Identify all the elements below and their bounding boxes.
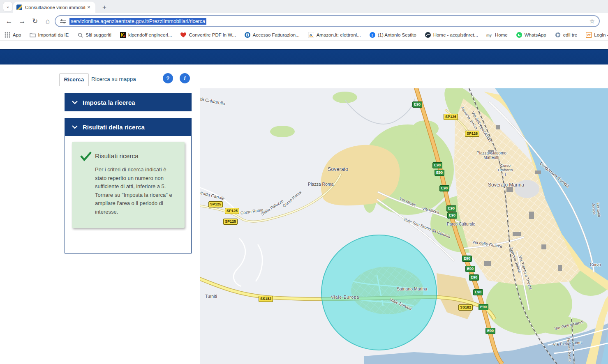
heart-icon [180, 32, 187, 38]
bookmarks-bar: AppImportati da IESiti suggeritiKkipendo… [0, 30, 608, 41]
url-bar[interactable]: servizionline.agenziaentrate.gov.it/Prez… [55, 15, 600, 27]
map-place-label: Viale Europa [389, 297, 413, 311]
map-road-badge: E90 [435, 170, 444, 176]
page-top-gap [0, 41, 608, 49]
bookmark-label: App [13, 32, 21, 37]
map-road-badge: SS182 [458, 304, 473, 311]
bookmark-label: Home - acquistinret... [433, 32, 478, 37]
bookmark-item[interactable]: Convertire PDF in W... [180, 32, 236, 38]
map-road-badge: SP126 [465, 131, 479, 137]
bookmark-label: kipendoff engineeri... [128, 32, 172, 37]
bookmark-item[interactable]: aAmazon.it: elettroni... [308, 32, 361, 38]
site-header-bar [0, 49, 608, 65]
info-button[interactable]: i [180, 73, 190, 83]
accordion-imposta-la-ricerca[interactable]: Imposta la ricerca [65, 93, 192, 111]
map-place-label: Piazza Giacomo Matteotti [476, 151, 506, 160]
map-road-badge: SP126 [444, 114, 458, 120]
bookmark-item[interactable]: Home - acquistinret... [425, 32, 478, 38]
map-road-badge: SP125 [225, 208, 239, 214]
result-message: Per i criteri di ricerca indicati è stat… [95, 166, 177, 216]
map-place-label: Via Trento e Trieste [518, 255, 533, 290]
back-icon[interactable]: ← [4, 16, 14, 26]
tab-ricerca-su-mappa[interactable]: Ricerca su mappa [91, 73, 136, 86]
map-place-label: Via Pietro Nenni [554, 320, 584, 331]
kipendoff-icon: K [120, 32, 126, 38]
map-place-label: Via delle Guarce [472, 240, 503, 249]
tab-title: Consultazione valori immobiliari [25, 5, 86, 10]
map-place-label: Località Caldarello [200, 94, 226, 106]
bookmark-item[interactable]: myHome [486, 32, 508, 38]
map-place-label: Satriano Marina [397, 286, 427, 291]
map-place-label: Corso Umberto I [498, 163, 513, 177]
bookmark-label: WhatsApp [525, 32, 546, 37]
new-tab-button[interactable]: + [99, 2, 109, 12]
bookmark-item[interactable]: Importati da IE [29, 32, 69, 38]
map-road-badge: E90 [485, 328, 495, 334]
edil-icon [555, 32, 561, 38]
svg-text:VT: VT [587, 33, 591, 37]
map-road-badge: E90 [432, 162, 442, 168]
bookmark-item[interactable]: Kkipendoff engineeri... [120, 32, 172, 38]
tab-strip: ⌄ Consultazione valori immobiliari × + [0, 0, 608, 13]
bookmark-item[interactable]: WhatsApp [516, 32, 546, 38]
tab-list-chevron-button[interactable]: ⌄ [3, 2, 12, 11]
bookmark-label: Login - Entra - Intes... [594, 32, 608, 37]
bookmark-label: Importati da IE [38, 32, 69, 37]
accordion-label: Imposta la ricerca [83, 99, 135, 106]
check-icon [80, 152, 92, 161]
search-icon [77, 32, 83, 38]
map-container[interactable]: Località CaldarelloSoveratoPiazza RomaCo… [200, 88, 608, 364]
browser-tab[interactable]: Consultazione valori immobiliari × [13, 2, 95, 13]
map-road-badge: E90 [439, 185, 449, 191]
map-place-label: Soverato Marina [488, 182, 524, 188]
map-road-badge: E90 [465, 266, 475, 272]
globe-dark-icon [425, 32, 431, 38]
bookmark-item[interactable]: Siti suggeriti [77, 32, 111, 38]
map-road-badge: E90 [469, 274, 479, 281]
my-icon: my [486, 32, 493, 38]
bookmark-item[interactable]: f(1) Antonio Sestito [369, 32, 416, 38]
map-place-label: Lungomare Europa [539, 161, 571, 188]
site-info-icon[interactable] [60, 18, 66, 24]
bookmark-label: Home [495, 32, 508, 37]
bookmark-label: edil tre [563, 32, 578, 37]
bookmark-item[interactable]: Accesso Fatturazion... [244, 32, 300, 38]
results-panel: Risultati ricerca Per i criteri di ricer… [65, 136, 192, 253]
map-place-label: Via Miceli [422, 206, 440, 214]
browser-toolbar: ← → ↻ ⌂ servizionline.agenziaentrate.gov… [0, 13, 608, 30]
tab-ricerca[interactable]: Ricerca [59, 73, 89, 86]
bookmark-star-icon[interactable]: ☆ [590, 18, 595, 25]
map-place-label: Via Miceli [399, 196, 416, 207]
tab-close-icon[interactable]: × [86, 4, 92, 11]
result-title: Risultati ricerca [95, 152, 139, 160]
url-text[interactable]: servizionline.agenziaentrate.gov.it/Prez… [69, 18, 206, 25]
map-road-badge: E90 [473, 289, 483, 295]
map-place-label: Viale San Bruno da Colonia [402, 217, 451, 239]
help-button[interactable]: ? [163, 73, 173, 83]
svg-text:K: K [121, 33, 124, 37]
map-labels-layer: Località CaldarelloSoveratoPiazza RomaCo… [200, 88, 608, 364]
map-place-label: Viale Europa [331, 295, 359, 299]
map-place-label: Salita Palazzo [260, 198, 284, 217]
facebook-icon: f [369, 32, 376, 38]
map-road-badge: SP125 [223, 219, 238, 225]
map-place-label: Contrada Canale [200, 188, 225, 201]
map-road-badge: SS182 [259, 296, 273, 302]
reload-icon[interactable]: ↻ [30, 16, 40, 26]
bookmark-item[interactable]: VTLogin - Entra - Intes... [585, 32, 608, 38]
bookmark-item[interactable]: App [4, 32, 21, 38]
map-place-label: Ferrovia Jonica [591, 203, 602, 218]
chevron-down-icon [72, 125, 78, 129]
accordion-risultati-della-ricerca[interactable]: Risultati della ricerca [65, 118, 192, 136]
map-road-badge: E90 [447, 212, 457, 219]
bookmark-label: (1) Antonio Sestito [378, 32, 416, 37]
map-place-label: Corso Roma [240, 207, 264, 215]
forward-icon[interactable]: → [17, 16, 27, 26]
bookmark-item[interactable]: edil tre [555, 32, 578, 38]
map-road-badge: SP125 [208, 201, 223, 207]
fatture-icon [244, 32, 251, 38]
home-icon[interactable]: ⌂ [43, 16, 53, 26]
amazon-icon: a [308, 32, 314, 38]
folder-icon [29, 32, 36, 38]
svg-text:my: my [486, 33, 492, 37]
